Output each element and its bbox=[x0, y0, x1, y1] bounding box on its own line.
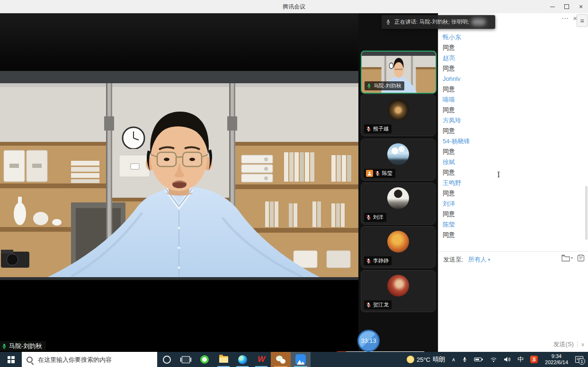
send-file-button[interactable]: ▾ bbox=[561, 254, 573, 262]
send-button-group: 发送(S) ∨ bbox=[553, 340, 585, 349]
windows-logo-icon bbox=[8, 356, 15, 363]
wifi-icon bbox=[490, 357, 497, 362]
cortana-icon bbox=[163, 356, 171, 364]
notification-icon: 1 bbox=[575, 356, 584, 363]
taskbar-app-edge[interactable] bbox=[233, 352, 252, 367]
microphone-icon bbox=[462, 356, 467, 363]
taskbar-app-360[interactable] bbox=[195, 352, 214, 367]
chat-message-text: 同意 bbox=[443, 126, 579, 136]
thumbnail-participant[interactable]: 刘洋 bbox=[361, 183, 436, 225]
cortana-button[interactable] bbox=[157, 352, 176, 367]
title-bar: 腾讯会议 × bbox=[0, 0, 588, 14]
mic-muted-icon bbox=[366, 302, 371, 308]
chat-panel: ⋯ × ≡ 甄小东 同意 赵亮 同意 Johnlv 同意 喵喵 同意 方凤玲 同… bbox=[438, 13, 588, 352]
thumbnail-active-speaker[interactable]: 马院-刘韵秋 bbox=[361, 51, 437, 94]
wps-office-icon: W bbox=[258, 355, 265, 364]
tray-time: 9:34 bbox=[552, 353, 561, 359]
taskbar-app-wechat[interactable] bbox=[271, 352, 291, 367]
tray-battery[interactable] bbox=[471, 357, 487, 362]
participant-name: 李静静 bbox=[373, 257, 389, 264]
sogou-tray-icon: S bbox=[530, 356, 538, 363]
chat-sender: 王鸣野 bbox=[443, 178, 579, 188]
mic-on-icon bbox=[366, 83, 372, 89]
mic-on-icon bbox=[1, 343, 7, 350]
avatar bbox=[387, 231, 409, 253]
taskbar-app-explorer[interactable] bbox=[214, 352, 233, 367]
tray-clock[interactable]: 9:34 2022/6/14 bbox=[541, 353, 572, 366]
participant-name: 贺江龙 bbox=[373, 301, 389, 308]
restore-button[interactable] bbox=[560, 0, 574, 13]
battery-icon bbox=[474, 357, 483, 362]
taskbar-app-wps[interactable]: W bbox=[252, 352, 271, 367]
chat-message-list: 甄小东 同意 赵亮 同意 Johnlv 同意 喵喵 同意 方凤玲 同意 54-杨… bbox=[443, 32, 579, 240]
meeting-timer[interactable]: 33:13 bbox=[357, 330, 380, 352]
edge-browser-icon bbox=[238, 355, 247, 364]
close-button[interactable]: × bbox=[574, 0, 588, 13]
weather-widget[interactable]: 25°C 晴朗 bbox=[403, 355, 448, 364]
send-to-label: 发送至: bbox=[443, 255, 463, 264]
thumbnail-participant[interactable]: 陈莹 bbox=[361, 139, 436, 181]
search-icon bbox=[27, 357, 33, 363]
chat-tools: ▾ bbox=[561, 254, 585, 262]
close-icon: × bbox=[579, 3, 583, 10]
chat-message-text: 同意 bbox=[443, 188, 579, 199]
chat-more-icon[interactable]: ⋯ bbox=[561, 15, 569, 22]
chat-scrollbar[interactable] bbox=[585, 186, 588, 240]
folder-icon bbox=[561, 254, 570, 262]
participant-tag: 马院-刘韵秋 bbox=[365, 81, 404, 90]
screenshot-icon[interactable] bbox=[577, 254, 585, 262]
send-options-chevron-icon[interactable]: ∨ bbox=[581, 341, 585, 348]
panel-menu-icon[interactable]: ≡ bbox=[577, 14, 588, 27]
weather-sun-icon bbox=[407, 356, 414, 363]
notification-badge: 1 bbox=[579, 358, 585, 365]
mic-muted-icon bbox=[375, 170, 380, 176]
send-to-row: 发送至: 所有人 ▾ bbox=[443, 253, 490, 266]
minimize-button[interactable] bbox=[545, 0, 560, 13]
avatar bbox=[387, 275, 409, 297]
chat-message-text: 同意 bbox=[443, 63, 579, 74]
file-explorer-icon bbox=[219, 356, 228, 363]
360-browser-icon bbox=[200, 355, 209, 364]
chat-message-text: 同意 bbox=[443, 209, 579, 219]
chat-message-text: 同意 bbox=[443, 43, 579, 53]
mic-muted-icon bbox=[366, 214, 371, 220]
main-video-stage: 马院-刘韵秋 bbox=[0, 13, 358, 352]
tray-expand-button[interactable]: ∧ bbox=[448, 357, 459, 363]
task-view-button[interactable] bbox=[176, 352, 195, 367]
participant-thumbnail-strip: 马院-刘韵秋 熊子越 bbox=[358, 13, 438, 352]
tray-mic[interactable] bbox=[459, 356, 471, 363]
avatar bbox=[387, 143, 409, 165]
participant-name: 马院-刘韵秋 bbox=[374, 82, 401, 89]
chat-sender: 刘洋 bbox=[443, 199, 579, 209]
chat-message-text: 同意 bbox=[443, 105, 579, 115]
tray-date: 2022/6/14 bbox=[545, 359, 568, 366]
wechat-icon bbox=[276, 356, 285, 364]
participant-tag: 陈莹 bbox=[364, 169, 395, 178]
action-center-button[interactable]: 1 bbox=[572, 356, 587, 363]
tray-network[interactable] bbox=[487, 357, 500, 362]
chat-sender: 赵亮 bbox=[443, 53, 579, 63]
weather-desc: 晴朗 bbox=[433, 355, 445, 364]
thumbnail-participant[interactable]: 贺江龙 bbox=[361, 270, 436, 312]
restore-icon bbox=[564, 4, 569, 9]
send-to-selector[interactable]: 所有人 ▾ bbox=[468, 255, 490, 264]
thumbnail-participant[interactable]: 熊子越 bbox=[361, 94, 436, 136]
tray-sogou[interactable]: S bbox=[527, 356, 541, 363]
start-button[interactable] bbox=[0, 352, 22, 367]
tray-volume[interactable] bbox=[500, 357, 514, 362]
send-button[interactable]: 发送(S) bbox=[553, 340, 574, 349]
chat-message-text: 同意 bbox=[443, 84, 579, 95]
search-input[interactable] bbox=[37, 356, 152, 364]
thumbnail-participant[interactable]: 李静静 bbox=[361, 226, 436, 268]
speaking-notification: 正在讲话: 马院-刘韵秋; 张明明; bbox=[382, 15, 495, 29]
letterbox-top bbox=[0, 13, 358, 71]
minimize-icon bbox=[550, 7, 555, 7]
speaker-name: 马院-刘韵秋 bbox=[9, 342, 42, 350]
taskbar-app-tencent-meeting[interactable] bbox=[291, 352, 311, 367]
taskbar-search[interactable] bbox=[22, 352, 157, 367]
speaker-icon bbox=[504, 357, 511, 362]
task-view-icon bbox=[182, 356, 190, 363]
chat-message-text: 同意 bbox=[443, 230, 579, 240]
window-title: 腾讯会议 bbox=[0, 0, 588, 13]
tray-ime-mode[interactable]: 中 bbox=[514, 355, 527, 364]
